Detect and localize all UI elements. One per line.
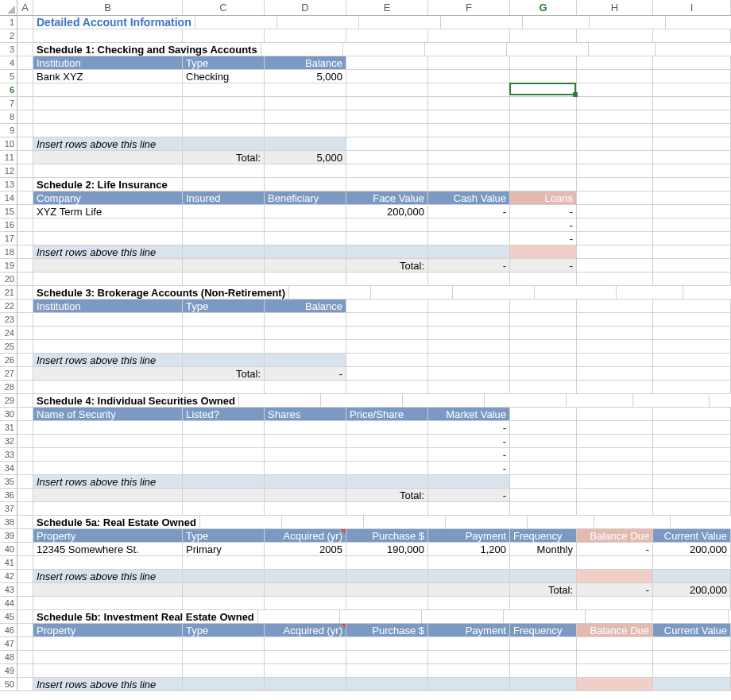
cell[interactable] xyxy=(510,273,577,285)
row-header[interactable]: 30 xyxy=(0,408,17,420)
cell[interactable] xyxy=(33,583,183,596)
row-header[interactable]: 37 xyxy=(0,502,17,515)
cell[interactable] xyxy=(183,83,265,96)
cell[interactable] xyxy=(265,651,346,663)
row-header[interactable]: 13 xyxy=(0,178,17,191)
row-header[interactable]: 34 xyxy=(0,462,17,474)
cell[interactable] xyxy=(183,637,265,650)
cell[interactable] xyxy=(428,83,510,96)
cell[interactable] xyxy=(346,678,428,690)
cell[interactable] xyxy=(510,151,577,164)
s1-total-value[interactable]: 5,000 xyxy=(265,151,346,164)
cell[interactable] xyxy=(17,164,33,177)
cell[interactable] xyxy=(653,448,731,461)
cell[interactable] xyxy=(265,137,346,150)
cell[interactable] xyxy=(577,83,653,96)
row-header[interactable]: 41 xyxy=(0,556,17,569)
cell[interactable] xyxy=(428,678,510,690)
cell[interactable] xyxy=(510,340,577,353)
cell[interactable] xyxy=(428,597,510,609)
cell[interactable] xyxy=(510,313,577,326)
cell[interactable] xyxy=(666,16,731,29)
cell[interactable] xyxy=(346,219,428,231)
cell[interactable] xyxy=(523,16,590,29)
cell[interactable] xyxy=(17,435,33,447)
cell[interactable] xyxy=(200,516,282,528)
cell[interactable] xyxy=(441,16,523,29)
cell[interactable] xyxy=(577,273,653,285)
s2-cashvalue[interactable]: - xyxy=(428,205,510,218)
cell[interactable] xyxy=(528,516,594,528)
cell[interactable] xyxy=(33,556,183,569)
row-header[interactable]: 29 xyxy=(0,394,17,407)
cell[interactable] xyxy=(343,43,425,56)
cell[interactable] xyxy=(17,651,33,663)
cell[interactable] xyxy=(17,232,33,245)
cell[interactable] xyxy=(364,516,446,528)
cell[interactable] xyxy=(510,448,577,461)
s4-header-marketvalue[interactable]: Market Value xyxy=(428,408,510,420)
s2-facevalue[interactable]: 200,000 xyxy=(346,205,428,218)
cell[interactable] xyxy=(510,354,577,366)
s5b-header-acquired[interactable]: Acquired (yr) xyxy=(265,624,346,636)
schedule-4-title[interactable]: Schedule 4: Individual Securities Owned xyxy=(33,394,239,407)
cell[interactable] xyxy=(653,421,731,434)
s2-header-cashvalue[interactable]: Cash Value xyxy=(428,191,510,204)
cell[interactable] xyxy=(17,624,33,636)
s2-header-facevalue[interactable]: Face Value xyxy=(346,191,428,204)
cell[interactable] xyxy=(265,110,346,123)
cell[interactable] xyxy=(265,637,346,650)
s5b-header-frequency[interactable]: Frequency xyxy=(510,624,577,636)
cell[interactable] xyxy=(33,597,183,609)
cell[interactable] xyxy=(17,124,33,137)
cell[interactable] xyxy=(17,300,33,312)
cell[interactable] xyxy=(577,570,653,582)
cell[interactable] xyxy=(17,205,33,218)
cell[interactable] xyxy=(577,340,653,353)
s1-total-label[interactable]: Total: xyxy=(183,151,265,164)
cell[interactable] xyxy=(346,273,428,285)
cell[interactable] xyxy=(510,637,577,650)
cell[interactable] xyxy=(577,219,653,231)
cell[interactable] xyxy=(428,137,510,150)
cell[interactable] xyxy=(653,124,731,137)
cell[interactable] xyxy=(510,556,577,569)
cell[interactable] xyxy=(428,381,510,393)
cell[interactable] xyxy=(346,381,428,393)
cell[interactable] xyxy=(33,29,183,42)
cell[interactable] xyxy=(17,191,33,204)
cell[interactable] xyxy=(577,151,653,164)
cell[interactable] xyxy=(346,83,428,96)
s2-company[interactable]: XYZ Term Life xyxy=(33,205,183,218)
cell[interactable] xyxy=(265,421,346,434)
cell[interactable] xyxy=(183,462,265,474)
cell[interactable] xyxy=(428,29,510,42)
cell[interactable] xyxy=(653,489,731,501)
cell[interactable] xyxy=(265,489,346,501)
cell[interactable] xyxy=(33,489,183,501)
cell[interactable] xyxy=(33,651,183,663)
cell[interactable] xyxy=(183,259,265,272)
cell[interactable] xyxy=(346,354,428,366)
cell[interactable] xyxy=(17,29,33,42)
row-header[interactable]: 26 xyxy=(0,354,17,366)
cell[interactable] xyxy=(653,259,731,272)
col-header-c[interactable]: C xyxy=(183,0,265,15)
page-title[interactable]: Detailed Account Information xyxy=(33,16,195,29)
cell[interactable] xyxy=(577,137,653,150)
cell[interactable] xyxy=(17,151,33,164)
cell[interactable] xyxy=(183,597,265,609)
cell[interactable] xyxy=(17,137,33,150)
row-header[interactable]: 14 xyxy=(0,191,17,204)
cell[interactable] xyxy=(33,462,183,474)
cell[interactable] xyxy=(510,664,577,677)
schedule-5a-title[interactable]: Schedule 5a: Real Estate Owned xyxy=(33,516,200,528)
cell[interactable] xyxy=(653,340,731,353)
row-header[interactable]: 43 xyxy=(0,583,17,596)
cell[interactable] xyxy=(577,246,653,258)
cell[interactable] xyxy=(265,475,346,488)
cell[interactable] xyxy=(510,408,577,420)
cell[interactable] xyxy=(17,610,33,623)
cell[interactable] xyxy=(428,273,510,285)
s5b-header-balancedue[interactable]: Balance Due xyxy=(577,624,653,636)
